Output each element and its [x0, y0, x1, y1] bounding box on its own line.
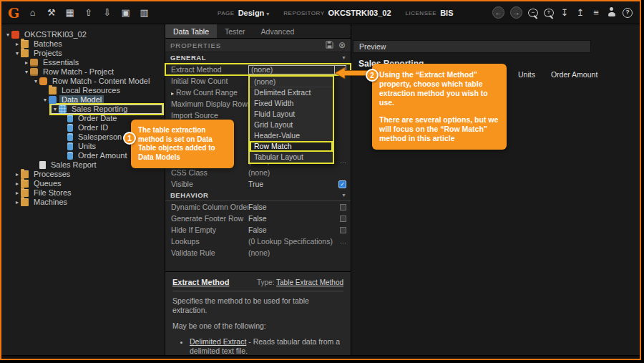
tree-item-icon: [49, 96, 57, 104]
page-value: Design: [238, 9, 265, 17]
account-icon[interactable]: [607, 6, 617, 19]
tab[interactable]: Tester: [217, 24, 253, 38]
ellipsis-button[interactable]: [340, 158, 346, 165]
tree-item-label: Processes: [31, 170, 72, 179]
dropdown-item[interactable]: Delimited Extract: [250, 87, 333, 98]
zoom-out-icon[interactable]: −: [528, 9, 538, 17]
tab-bar: Data TableTesterAdvanced: [165, 24, 351, 39]
property-value[interactable]: True: [248, 178, 346, 190]
callout-2-paragraph: Using the “Extract Method” property, cho…: [379, 70, 499, 108]
tree-item[interactable]: Data Model: [1, 95, 165, 105]
tree-item-icon: [21, 180, 29, 188]
back-icon[interactable]: ←: [492, 6, 504, 19]
dropdown-item[interactable]: Header-Value: [250, 130, 333, 141]
save-icon[interactable]: ▦: [64, 7, 76, 18]
tree-item[interactable]: Sales Reporting: [1, 105, 165, 114]
properties-title: PROPERTIES: [170, 42, 321, 49]
page-label: PAGE: [218, 10, 235, 16]
tree-item-label: Order Amount: [76, 151, 129, 160]
upload-icon[interactable]: ↥: [575, 6, 585, 19]
property-value[interactable]: (none): [248, 167, 346, 178]
context-bar: PAGE Design▾ REPOSITORY OKCSTRKI03_02 LI…: [218, 1, 467, 24]
tree-item[interactable]: Processes: [1, 170, 165, 179]
tree-item[interactable]: Projects: [1, 49, 165, 58]
tree-item-icon: [11, 31, 19, 39]
zoom-in-icon[interactable]: +: [544, 9, 554, 17]
tab[interactable]: Advanced: [253, 24, 303, 38]
property-value[interactable]: False: [248, 201, 346, 213]
tree-item-label: Machines: [31, 198, 69, 207]
tree-item[interactable]: Batches: [1, 39, 165, 49]
import-icon[interactable]: ⇩: [101, 7, 113, 18]
tree-item-icon: [49, 87, 57, 95]
dropdown-item[interactable]: Fixed Width: [250, 98, 333, 109]
property-value[interactable]: (0 Lookup Specifications): [248, 236, 346, 247]
toolbar-right: ←→−+↧↥≡?: [492, 6, 640, 19]
option-link[interactable]: Delimited Extract: [190, 337, 246, 346]
property-label: Validate Rule: [171, 248, 248, 257]
property-row: Generate Footer Row False: [165, 213, 351, 224]
stats-icon[interactable]: ▥: [138, 7, 150, 18]
property-value[interactable]: False: [248, 224, 346, 236]
tree-item[interactable]: Row Match - Content Model: [1, 77, 165, 86]
expander-icon: [23, 67, 30, 77]
tree-item[interactable]: File Stores: [1, 188, 165, 198]
tree-item-label: Sales Report: [49, 160, 99, 170]
property-label: Maximum Display Rows: [171, 100, 248, 108]
save-properties-icon[interactable]: [326, 41, 333, 50]
description-para: Specifies the method to be used for tabl…: [172, 296, 343, 315]
tree-item[interactable]: Essentials: [1, 58, 165, 67]
forward-icon[interactable]: →: [510, 6, 522, 19]
section-general[interactable]: GENERAL ▾: [165, 52, 351, 64]
property-label: Lookups: [171, 237, 248, 246]
tree-item-icon: [21, 189, 29, 197]
dropdown-item[interactable]: Fluid Layout: [250, 109, 333, 120]
tools-icon[interactable]: ⚒: [45, 7, 57, 18]
dropdown-item[interactable]: Tabular Layout: [250, 152, 333, 163]
copy-icon[interactable]: ▣: [119, 7, 132, 18]
tree-item-label: Batches: [31, 39, 64, 49]
property-value[interactable]: (none): [248, 247, 346, 258]
database-icon[interactable]: ≡: [591, 6, 601, 19]
checkbox-icon[interactable]: [340, 227, 346, 233]
checkbox-icon[interactable]: [340, 216, 346, 222]
behavior-rows: Dynamic Column Ordering False Generate F…: [165, 201, 351, 258]
tree-item-label: Row Match - Content Model: [50, 77, 152, 86]
expander-icon: [23, 58, 30, 67]
repository-label: REPOSITORY: [283, 10, 324, 16]
dropdown-item[interactable]: Grid Layout: [250, 120, 333, 130]
home-icon[interactable]: ⌂: [26, 7, 39, 18]
property-label: Dynamic Column Ordering: [171, 203, 248, 211]
close-properties-icon[interactable]: ⊗: [338, 41, 346, 49]
tree-item[interactable]: Machines: [1, 198, 165, 207]
section-behavior[interactable]: BEHAVIOR ▾: [165, 190, 351, 201]
expander-icon: [14, 179, 21, 188]
tree-item[interactable]: OKCSTRKI03_02: [1, 30, 165, 39]
property-row: Lookups (0 Lookup Specifications): [165, 236, 351, 247]
tree-item[interactable]: Row Match - Project: [1, 67, 165, 77]
download-icon[interactable]: ↧: [560, 6, 570, 19]
dropdown-item[interactable]: Row Match: [250, 141, 333, 152]
tree-item-label: Projects: [31, 49, 64, 58]
export-icon[interactable]: ⇧: [82, 7, 94, 18]
checkbox-checked-icon[interactable]: [338, 180, 346, 188]
toolbar-left: ⌂⚒▦⇧⇩▣▥: [26, 7, 150, 18]
property-value[interactable]: False: [248, 213, 346, 224]
tab[interactable]: Data Table: [165, 24, 217, 38]
property-label: Initial Row Count: [171, 77, 248, 85]
app-window: G ⌂⚒▦⇧⇩▣▥ PAGE Design▾ REPOSITORY OKCSTR…: [0, 0, 641, 360]
tree-item-icon: [21, 49, 29, 57]
tree-item-icon: [30, 68, 38, 76]
type-link[interactable]: Table Extract Method: [276, 279, 343, 286]
expander-icon: [14, 198, 21, 207]
checkbox-icon[interactable]: [340, 204, 346, 210]
property-value[interactable]: (none): [248, 65, 346, 74]
tree-item-label: Salesperson: [76, 132, 124, 142]
tree-item[interactable]: Queues: [1, 179, 165, 188]
dropdown-item[interactable]: (none): [250, 77, 333, 87]
page-selector[interactable]: Design▾: [238, 9, 270, 17]
help-icon[interactable]: ?: [623, 8, 633, 18]
ellipsis-button[interactable]: [340, 238, 346, 245]
callout-2-paragraph: There are several options, but we will f…: [379, 115, 499, 143]
tree-item[interactable]: Local Resources: [1, 86, 165, 95]
